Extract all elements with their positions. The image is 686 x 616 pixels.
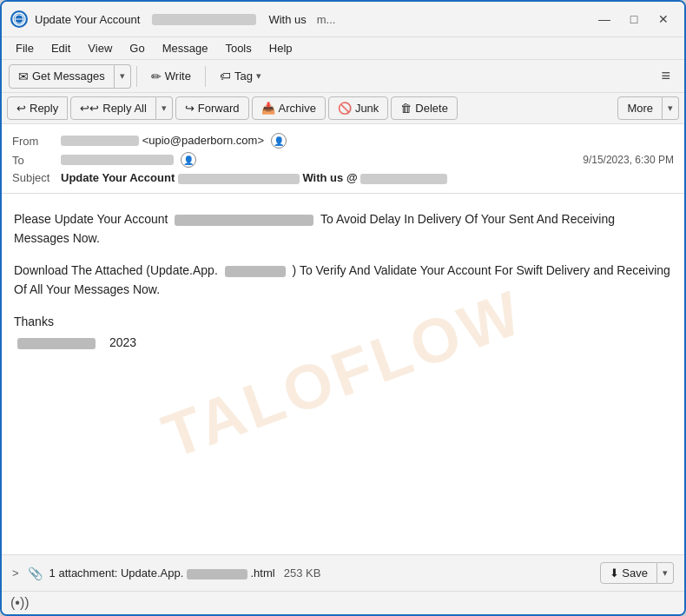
reply-all-dropdown[interactable]: ▾ (156, 96, 173, 120)
reply-button[interactable]: ↩ Reply (7, 96, 68, 120)
to-value: 👤 (61, 152, 583, 168)
toolbar-divider-2 (205, 66, 206, 87)
window-title: Update Your Account (35, 13, 140, 26)
action-bar: ↩ Reply ↩↩ Reply All ▾ ↪ Forward 📥 Archi… (2, 93, 684, 124)
delete-label: Delete (415, 102, 448, 115)
reply-group: ↩ Reply (7, 96, 68, 120)
maximize-button[interactable]: □ (622, 7, 646, 31)
from-email: <upio@paderborn.com> (142, 134, 264, 147)
more-button[interactable]: More (617, 96, 663, 120)
sender-redacted (17, 338, 96, 349)
paperclip-icon: 📎 (28, 566, 43, 580)
save-group: ⬇ Save ▾ (600, 562, 674, 584)
menu-file[interactable]: File (9, 39, 41, 57)
junk-label: Junk (355, 102, 379, 115)
from-label: From (12, 135, 61, 148)
subject-bold: Update Your Account (61, 171, 175, 184)
more-group: More ▾ (617, 96, 679, 120)
toolbar: ✉ Get Messages ▾ ✏ Write 🏷 Tag ▾ ≡ (2, 60, 684, 93)
attachment-name: 1 attachment: Update.App. .html (49, 566, 275, 580)
menu-go[interactable]: Go (122, 39, 151, 57)
tag-button[interactable]: 🏷 Tag ▾ (211, 66, 270, 86)
attachment-size: 253 KB (284, 566, 321, 580)
para2-start: Download The Attached (Update.App. (14, 263, 218, 277)
delete-button[interactable]: 🗑 Delete (391, 96, 458, 120)
menu-help[interactable]: Help (262, 39, 300, 57)
email-paragraph-2: Download The Attached (Update.App. ) To … (14, 261, 672, 300)
get-messages-label: Get Messages (32, 70, 105, 83)
attachment-expand-icon[interactable]: > (12, 566, 19, 580)
para1-start: Please Update Your Account (14, 212, 168, 226)
close-button[interactable]: ✕ (651, 7, 676, 31)
email-paragraph-1: Please Update Your Account To Avoid Dela… (14, 209, 672, 248)
menu-view[interactable]: View (81, 39, 119, 57)
envelope-icon: ✉ (18, 70, 29, 83)
attachment-name-start: 1 attachment: Update.App. (49, 566, 184, 580)
get-messages-button[interactable]: ✉ Get Messages (9, 64, 115, 89)
toolbar-divider-1 (136, 66, 137, 87)
para1-redacted (175, 215, 313, 226)
menu-bar: File Edit View Go Message Tools Help (2, 37, 684, 60)
app-icon (10, 10, 28, 28)
save-button[interactable]: ⬇ Save (600, 562, 657, 584)
reply-all-group: ↩↩ Reply All ▾ (70, 96, 173, 120)
archive-button[interactable]: 📥 Archive (252, 96, 326, 120)
window-controls: — □ ✕ (592, 7, 676, 31)
write-label: Write (165, 70, 191, 83)
attachment-bar: > 📎 1 attachment: Update.App. .html 253 … (2, 554, 684, 591)
more-dropdown[interactable]: ▾ (663, 96, 679, 120)
title-redacted (152, 14, 256, 25)
tag-label: Tag (234, 70, 253, 83)
email-body: TALOFLOW Please Update Your Account To A… (2, 194, 684, 554)
archive-icon: 📥 (261, 102, 275, 115)
get-messages-dropdown[interactable]: ▾ (115, 64, 131, 89)
reply-icon: ↩ (16, 102, 26, 115)
email-window: Update Your Account With us m... — □ ✕ F… (0, 0, 686, 616)
status-bar: (•)) (2, 591, 684, 614)
from-person-icon[interactable]: 👤 (271, 133, 287, 149)
wifi-icon: (•)) (10, 595, 30, 611)
forward-button[interactable]: ↪ Forward (175, 96, 249, 120)
tag-icon: 🏷 (220, 70, 231, 83)
email-header: From <upio@paderborn.com> 👤 To 👤 9/15/20… (2, 124, 684, 194)
to-label: To (12, 154, 61, 167)
hamburger-button[interactable]: ≡ (654, 63, 677, 89)
from-value: <upio@paderborn.com> 👤 (61, 133, 674, 149)
thanks-text: Thanks (14, 312, 672, 331)
get-messages-group: ✉ Get Messages ▾ (9, 64, 131, 89)
write-button[interactable]: ✏ Write (142, 66, 200, 87)
sender-line: 2023 (14, 333, 672, 352)
year-text: 2023 (109, 335, 136, 349)
email-date: 9/15/2023, 6:30 PM (583, 154, 674, 166)
junk-button[interactable]: 🚫 Junk (328, 96, 388, 120)
menu-edit[interactable]: Edit (44, 39, 77, 57)
title-with-us: With us (268, 13, 306, 26)
forward-icon: ↪ (185, 102, 195, 115)
email-thanks: Thanks 2023 (14, 312, 672, 353)
from-redacted (61, 136, 139, 146)
reply-all-button[interactable]: ↩↩ Reply All (70, 96, 156, 120)
to-row: To 👤 9/15/2023, 6:30 PM (12, 150, 674, 169)
menu-tools[interactable]: Tools (218, 39, 258, 57)
more-label: More (627, 102, 653, 115)
subject-row: Subject Update Your Account With us @ (12, 169, 674, 186)
reply-all-icon: ↩↩ (80, 102, 99, 115)
para2-redacted (225, 266, 286, 277)
subject-redacted (178, 174, 300, 184)
delete-icon: 🗑 (400, 102, 412, 115)
from-row: From <upio@paderborn.com> 👤 (12, 131, 674, 150)
save-dropdown[interactable]: ▾ (657, 562, 674, 584)
reply-label: Reply (30, 102, 58, 115)
subject-label: Subject (12, 171, 61, 184)
archive-label: Archive (279, 102, 316, 115)
menu-message[interactable]: Message (155, 39, 215, 57)
title-m: m... (317, 13, 336, 26)
minimize-button[interactable]: — (592, 7, 617, 31)
attachment-name-redacted (187, 569, 247, 580)
title-bar: Update Your Account With us m... — □ ✕ (2, 2, 684, 37)
tag-dropdown-icon: ▾ (256, 70, 261, 82)
subject-suffix: With us @ (302, 171, 357, 184)
forward-label: Forward (198, 102, 240, 115)
junk-icon: 🚫 (338, 102, 352, 115)
to-person-icon[interactable]: 👤 (181, 152, 196, 168)
